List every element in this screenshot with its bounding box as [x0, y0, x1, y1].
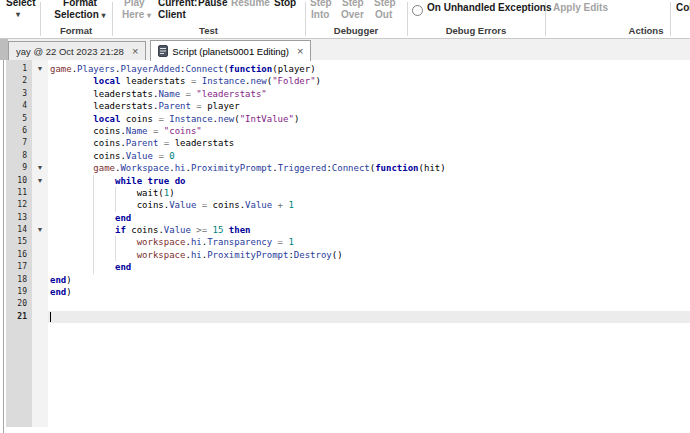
code-line-4[interactable]: 4leaderstats.Parent = player [0, 100, 690, 112]
code-text[interactable]: leaderstats.Name = "leaderstats" [48, 88, 690, 100]
tab-close-icon[interactable]: × [132, 46, 138, 57]
code-text[interactable]: leaderstats.Parent = player [48, 100, 690, 112]
code-line-5[interactable]: 5local coins = Instance.new("IntValue") [0, 113, 690, 125]
fold-column-cell [32, 75, 48, 87]
format-selection-button-line2[interactable]: Selection ▾ [52, 9, 108, 20]
indent-guide [93, 199, 94, 211]
code-line-14[interactable]: 14▼if coins.Value >= 15 then [0, 224, 690, 236]
group-caption-debug-errors: Debug Errors [407, 25, 545, 36]
fold-arrow-icon[interactable]: ▼ [32, 224, 48, 236]
code-text[interactable]: coins.Parent = leaderstats [48, 137, 690, 149]
step-out-button[interactable]: Step [374, 0, 396, 8]
indent-guide [93, 261, 94, 273]
select-dropdown-arrow-icon[interactable]: ▾ [16, 8, 20, 19]
line-number: 18 [6, 274, 32, 286]
code-text[interactable]: coins.Value = 0 [48, 150, 690, 162]
line-number: 6 [6, 125, 32, 137]
code-line-13[interactable]: 13end [0, 212, 690, 224]
code-text[interactable]: end [48, 212, 690, 224]
fold-column-cell [32, 261, 48, 273]
tab-inactive-0[interactable]: yay @ 22 Oct 2023 21:28× [8, 41, 146, 60]
code-text[interactable] [48, 311, 690, 323]
pause-button[interactable]: Pause [198, 0, 227, 8]
play-button[interactable]: Play [124, 0, 145, 8]
code-text[interactable]: game.Workspace.hi.ProximityPrompt.Trigge… [48, 162, 690, 174]
indent-guide [115, 236, 116, 248]
text-cursor [50, 312, 51, 322]
code-text[interactable]: local leaderstats = Instance.new("Folder… [48, 75, 690, 87]
stop-button[interactable]: Stop [274, 0, 296, 8]
line-number: 13 [6, 212, 32, 224]
line-number: 16 [6, 249, 32, 261]
script-editor[interactable]: 1▼game.Players.PlayerAdded:Connect(funct… [0, 60, 690, 433]
group-caption-debugger: Debugger [305, 25, 407, 36]
step-into-button[interactable]: Step [310, 0, 332, 8]
fold-arrow-icon[interactable]: ▼ [32, 175, 48, 187]
on-unhandled-exceptions-label[interactable]: On Unhandled Exceptions [427, 2, 551, 13]
code-line-3[interactable]: 3leaderstats.Name = "leaderstats" [0, 88, 690, 100]
code-text[interactable]: while true do [48, 175, 690, 187]
code-text[interactable]: local coins = Instance.new("IntValue") [48, 113, 690, 125]
roblox-studio-script-editor: { "colors": { "keyword": "#00009B", "pro… [0, 0, 690, 433]
code-text[interactable]: end) [48, 286, 690, 298]
code-text[interactable]: game.Players.PlayerAdded:Connect(functio… [48, 63, 690, 75]
line-number: 1 [6, 63, 32, 75]
code-text[interactable]: workspace.hi.Transparency = 1 [48, 236, 690, 248]
tab-label: Script (planets0001 Editing) [172, 46, 289, 57]
tab-close-icon[interactable]: × [297, 46, 303, 57]
fold-arrow-icon[interactable]: ▼ [32, 63, 48, 75]
line-number: 15 [6, 236, 32, 248]
apply-edits-button[interactable]: Apply Edits [553, 2, 608, 13]
code-line-16[interactable]: 16workspace.hi.ProximityPrompt:Destroy() [0, 249, 690, 261]
code-line-18[interactable]: 18end) [0, 274, 690, 286]
code-line-20[interactable]: 20 [0, 298, 690, 310]
fold-column-cell [32, 212, 48, 224]
code-line-7[interactable]: 7coins.Parent = leaderstats [0, 137, 690, 149]
code-line-17[interactable]: 17end [0, 261, 690, 273]
indent-guide [93, 187, 94, 199]
code-line-21[interactable]: 21 [0, 311, 690, 323]
resume-button[interactable]: Resume [231, 0, 270, 8]
play-here-button[interactable]: Here ▾ [122, 9, 151, 20]
code-line-19[interactable]: 19end) [0, 286, 690, 298]
step-over-button-line2[interactable]: Over [341, 9, 364, 20]
code-line-6[interactable]: 6coins.Name = "coins" [0, 125, 690, 137]
code-line-9[interactable]: 9▼game.Workspace.hi.ProximityPrompt.Trig… [0, 162, 690, 174]
format-selection-button[interactable]: Format [52, 0, 108, 8]
ribbon-toolbar: Select ▾ Format Selection ▾ Format Play … [0, 0, 690, 39]
code-text[interactable]: coins.Name = "coins" [48, 125, 690, 137]
code-text[interactable]: end) [48, 274, 690, 286]
line-number: 14 [6, 224, 32, 236]
tab-active-1[interactable]: Script (planets0001 Editing)× [150, 40, 311, 61]
code-text[interactable]: if coins.Value >= 15 then [48, 224, 690, 236]
code-line-1[interactable]: 1▼game.Players.PlayerAdded:Connect(funct… [0, 63, 690, 75]
code-text[interactable]: coins.Value = coins.Value + 1 [48, 199, 690, 211]
line-number: 17 [6, 261, 32, 273]
indent-guide [93, 224, 94, 236]
line-number: 8 [6, 150, 32, 162]
code-line-11[interactable]: 11wait(1) [0, 187, 690, 199]
line-number: 21 [6, 311, 32, 323]
current-mode-value: Client [158, 9, 186, 20]
step-over-button[interactable]: Step [342, 0, 364, 8]
step-into-button-line2[interactable]: Into [311, 9, 329, 20]
code-text[interactable] [48, 298, 690, 310]
collapse-button[interactable]: Col [676, 2, 690, 13]
document-tabbar: yay @ 22 Oct 2023 21:28×Script (planets0… [0, 39, 690, 61]
code-line-12[interactable]: 12coins.Value = coins.Value + 1 [0, 199, 690, 211]
code-line-10[interactable]: 10▼while true do [0, 175, 690, 187]
code-line-15[interactable]: 15workspace.hi.Transparency = 1 [0, 236, 690, 248]
code-text[interactable]: wait(1) [48, 187, 690, 199]
fold-arrow-icon[interactable]: ▼ [32, 162, 48, 174]
step-out-button-line2[interactable]: Out [375, 9, 392, 20]
code-text[interactable]: end [48, 261, 690, 273]
on-unhandled-exceptions-radio[interactable] [412, 5, 423, 16]
select-button[interactable]: Select [6, 0, 35, 8]
code-line-8[interactable]: 8coins.Value = 0 [0, 150, 690, 162]
code-text[interactable]: workspace.hi.ProximityPrompt:Destroy() [48, 249, 690, 261]
code-line-2[interactable]: 2local leaderstats = Instance.new("Folde… [0, 75, 690, 87]
code-lines-container: 1▼game.Players.PlayerAdded:Connect(funct… [0, 63, 690, 323]
tabbar-left-edge [0, 39, 8, 60]
dropdown-arrow-icon: ▾ [147, 11, 151, 20]
tab-label: yay @ 22 Oct 2023 21:28 [16, 46, 124, 57]
